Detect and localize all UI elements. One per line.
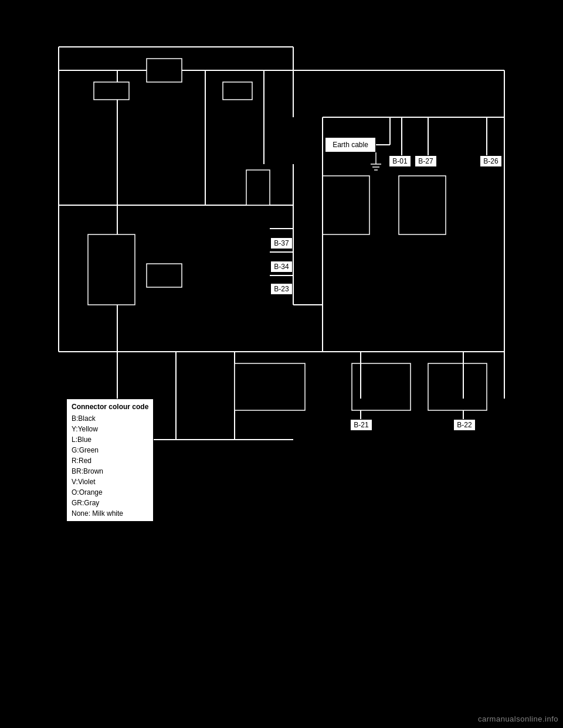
colour-code-item-1: Y:Yellow [72, 424, 148, 434]
connector-b27: B-27 [415, 155, 437, 167]
colour-code-item-5: BR:Brown [72, 466, 148, 477]
colour-code-item-8: GR:Gray [72, 498, 148, 508]
svg-rect-25 [94, 82, 129, 100]
svg-rect-27 [223, 82, 252, 100]
connector-b34: B-34 [270, 261, 293, 273]
colour-code-box: Connector colour code B:Black Y:Yellow L… [66, 399, 154, 522]
colour-code-title: Connector colour code [72, 402, 148, 412]
connector-b26: B-26 [480, 155, 502, 167]
watermark: carmanualsonline.info [478, 715, 558, 723]
svg-rect-30 [147, 264, 182, 287]
connector-b22: B-22 [453, 419, 476, 431]
svg-rect-28 [246, 170, 270, 205]
connector-b01: B-01 [389, 155, 411, 167]
colour-code-item-6: V:Violet [72, 477, 148, 487]
svg-rect-33 [235, 363, 305, 410]
connector-b21: B-21 [350, 419, 372, 431]
svg-rect-26 [147, 59, 182, 82]
svg-rect-29 [88, 234, 135, 305]
colour-code-item-3: G:Green [72, 445, 148, 455]
colour-code-item-7: O:Orange [72, 487, 148, 498]
colour-code-item-0: B:Black [72, 413, 148, 424]
colour-code-item-9: None: Milk white [72, 508, 148, 519]
svg-rect-31 [323, 176, 369, 234]
colour-code-item-2: L:Blue [72, 434, 148, 445]
connector-b37: B-37 [270, 237, 293, 249]
svg-rect-35 [428, 363, 487, 410]
svg-rect-32 [399, 176, 446, 234]
connector-b23: B-23 [270, 283, 293, 295]
earth-cable-label: Earth cable [325, 137, 376, 152]
colour-code-item-4: R:Red [72, 455, 148, 466]
